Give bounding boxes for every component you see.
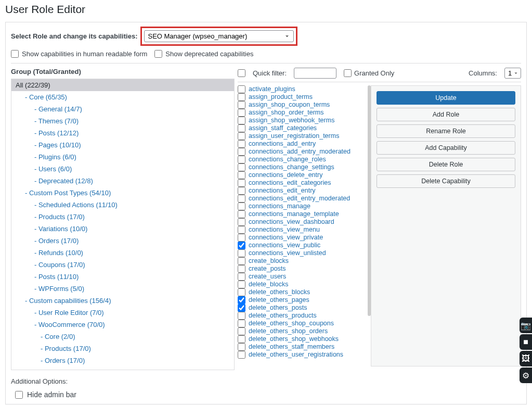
- group-item[interactable]: Custom Post Types (54/10): [11, 187, 234, 199]
- capability-scroll[interactable]: activate_pluginsassign_product_termsassi…: [238, 85, 368, 366]
- capability-label[interactable]: connections_change_roles: [249, 156, 326, 163]
- capability-checkbox[interactable]: [238, 304, 245, 312]
- hide-admin-bar[interactable]: Hide admin bar: [15, 390, 521, 399]
- capability-checkbox[interactable]: [238, 234, 245, 242]
- add-role-button[interactable]: Add Role: [377, 108, 515, 121]
- group-item[interactable]: Orders (17/0): [11, 235, 234, 247]
- capability-checkbox[interactable]: [238, 140, 245, 148]
- capability-label[interactable]: create_users: [249, 273, 286, 281]
- capability-checkbox[interactable]: [238, 249, 245, 257]
- capability-checkbox[interactable]: [238, 117, 245, 124]
- add-capability-button[interactable]: Add Capability: [377, 141, 515, 155]
- capability-label[interactable]: connections_view_private: [249, 234, 323, 242]
- group-item[interactable]: Scheduled Actions (11/10): [11, 199, 234, 211]
- capability-label[interactable]: assign_shop_coupon_terms: [249, 101, 330, 109]
- group-item[interactable]: Coupons (17/0): [11, 366, 234, 370]
- capability-checkbox[interactable]: [238, 171, 245, 179]
- capability-checkbox[interactable]: [238, 187, 245, 195]
- capability-checkbox[interactable]: [238, 351, 245, 359]
- capability-label[interactable]: delete_others_shop_orders: [249, 327, 328, 335]
- capability-label[interactable]: connections_view_dashboard: [249, 218, 334, 226]
- capability-checkbox[interactable]: [238, 132, 245, 140]
- capability-label[interactable]: delete_others_posts: [249, 304, 307, 312]
- group-item[interactable]: Products (17/0): [11, 343, 234, 355]
- capability-checkbox[interactable]: [238, 218, 245, 226]
- group-item[interactable]: WooCommerce (70/0): [11, 319, 234, 331]
- group-item[interactable]: Themes (7/0): [11, 115, 234, 127]
- capability-label[interactable]: create_blocks: [249, 257, 289, 265]
- capability-label[interactable]: delete_others_pages: [249, 296, 309, 304]
- granted-only-checkbox[interactable]: [344, 69, 352, 77]
- capability-label[interactable]: connections_view_unlisted: [249, 249, 326, 257]
- capability-checkbox[interactable]: [238, 343, 245, 351]
- group-item[interactable]: Deprecated (12/8): [11, 175, 234, 187]
- capability-label[interactable]: connections_view_menu: [249, 226, 320, 234]
- group-item[interactable]: Users (6/0): [11, 163, 234, 175]
- capability-label[interactable]: delete_others_shop_coupons: [249, 320, 334, 327]
- show-deprecated[interactable]: Show deprecated capabilities: [154, 50, 253, 58]
- capability-label[interactable]: delete_blocks: [249, 281, 288, 288]
- group-item[interactable]: Core (65/35): [11, 91, 234, 103]
- group-item[interactable]: Pages (10/10): [11, 139, 234, 151]
- video-icon[interactable]: ■: [520, 334, 532, 350]
- capability-checkbox[interactable]: [238, 202, 245, 210]
- capability-checkbox[interactable]: [238, 109, 245, 117]
- hide-admin-bar-checkbox[interactable]: [15, 391, 23, 399]
- update-button[interactable]: Update: [377, 91, 515, 105]
- capability-label[interactable]: assign_user_registration_terms: [249, 132, 339, 140]
- capability-checkbox[interactable]: [238, 163, 245, 171]
- group-item[interactable]: Variations (10/0): [11, 223, 234, 235]
- role-select[interactable]: SEO Manager (wpseo_manager): [144, 30, 294, 42]
- capability-label[interactable]: connections_edit_categories: [249, 179, 331, 187]
- group-item[interactable]: Core (2/0): [11, 331, 234, 343]
- group-item[interactable]: Products (17/0): [11, 211, 234, 223]
- capability-checkbox[interactable]: [238, 124, 245, 132]
- group-item[interactable]: Refunds (10/0): [11, 247, 234, 259]
- group-item[interactable]: Orders (17/0): [11, 355, 234, 366]
- capability-checkbox[interactable]: [238, 226, 245, 234]
- capability-label[interactable]: connections_view_public: [249, 242, 320, 249]
- columns-select[interactable]: 1: [504, 68, 521, 79]
- scrollbar[interactable]: [368, 85, 371, 316]
- capability-label[interactable]: assign_staff_categories: [249, 124, 317, 132]
- show-human-readable[interactable]: Show capabilities in human readable form: [11, 50, 147, 58]
- capability-checkbox[interactable]: [238, 179, 245, 187]
- capability-checkbox[interactable]: [238, 312, 245, 320]
- delete-capability-button[interactable]: Delete Capability: [377, 174, 515, 188]
- capability-label[interactable]: connections_edit_entry_moderated: [249, 195, 350, 202]
- capability-label[interactable]: create_posts: [249, 265, 286, 273]
- capability-checkbox[interactable]: [238, 242, 245, 249]
- capability-label[interactable]: delete_others_shop_webhooks: [249, 335, 339, 343]
- capability-checkbox[interactable]: [238, 288, 245, 296]
- capability-checkbox[interactable]: [238, 156, 245, 163]
- capability-label[interactable]: delete_others_staff_members: [249, 343, 334, 351]
- group-item[interactable]: General (14/7): [11, 103, 234, 115]
- capability-checkbox[interactable]: [238, 273, 245, 281]
- capability-label[interactable]: assign_shop_order_terms: [249, 109, 324, 117]
- capability-label[interactable]: activate_plugins: [249, 85, 295, 93]
- capability-checkbox[interactable]: [238, 85, 245, 93]
- capability-checkbox[interactable]: [238, 257, 245, 265]
- camera-icon[interactable]: 📷: [520, 318, 532, 333]
- capability-label[interactable]: connections_delete_entry: [249, 171, 322, 179]
- select-all-caps-checkbox[interactable]: [238, 69, 245, 77]
- group-item[interactable]: Coupons (17/0): [11, 259, 234, 271]
- group-item[interactable]: Posts (12/12): [11, 127, 234, 139]
- capability-label[interactable]: delete_others_user_registrations: [249, 351, 343, 359]
- capability-label[interactable]: connections_change_settings: [249, 163, 334, 171]
- capability-label[interactable]: connections_manage: [249, 202, 310, 210]
- group-item[interactable]: WPForms (5/0): [11, 283, 234, 295]
- gallery-icon[interactable]: 🖼: [520, 351, 532, 366]
- show-human-readable-checkbox[interactable]: [11, 50, 19, 58]
- capability-checkbox[interactable]: [238, 101, 245, 109]
- capability-checkbox[interactable]: [238, 93, 245, 101]
- capability-checkbox[interactable]: [238, 195, 245, 202]
- capability-checkbox[interactable]: [238, 327, 245, 335]
- group-item[interactable]: Posts (11/10): [11, 271, 234, 283]
- show-deprecated-checkbox[interactable]: [154, 50, 162, 58]
- granted-only[interactable]: Granted Only: [344, 69, 394, 77]
- capability-checkbox[interactable]: [238, 148, 245, 156]
- capability-checkbox[interactable]: [238, 296, 245, 304]
- capability-checkbox[interactable]: [238, 335, 245, 343]
- group-list[interactable]: All (222/39)Core (65/35)General (14/7)Th…: [11, 79, 235, 370]
